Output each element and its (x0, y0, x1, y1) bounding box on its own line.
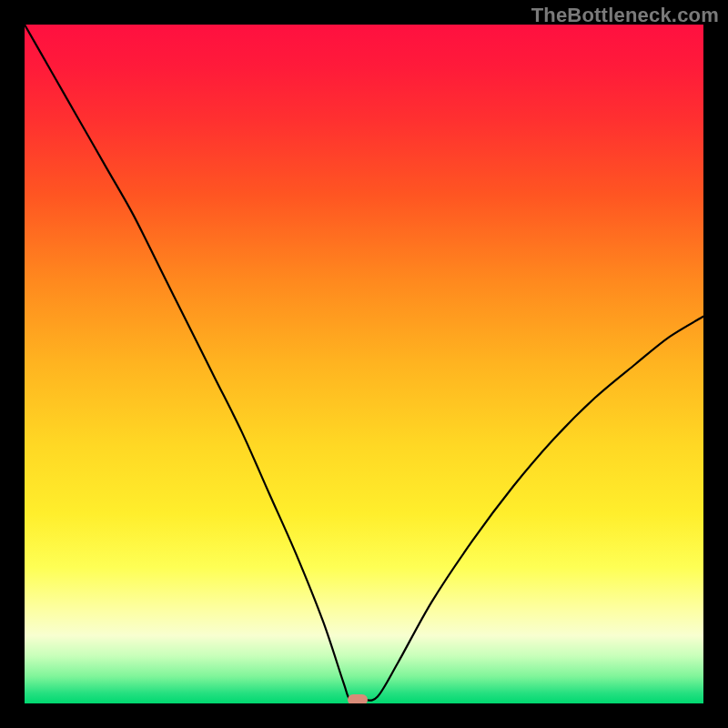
curve-path (25, 25, 703, 702)
chart-frame: TheBottleneck.com (0, 0, 728, 728)
watermark-text: TheBottleneck.com (531, 4, 719, 27)
bottleneck-curve (25, 25, 703, 703)
plot-area (25, 25, 703, 703)
minimum-marker (348, 694, 368, 703)
